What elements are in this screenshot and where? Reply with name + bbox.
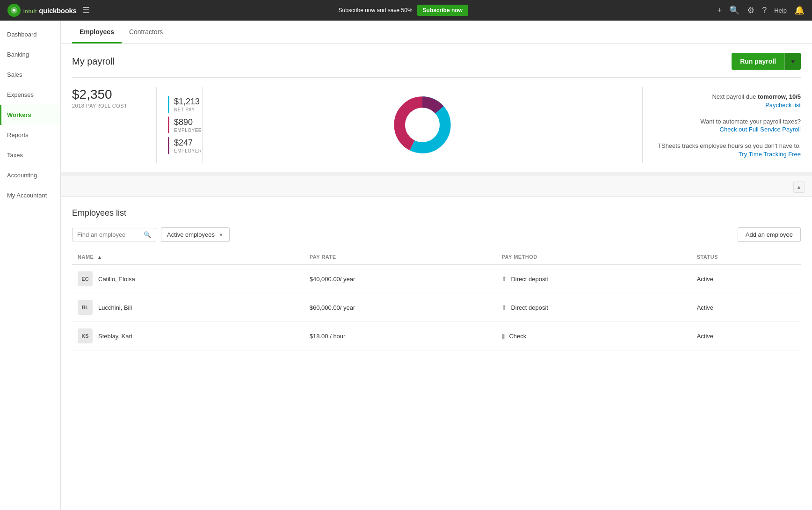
pay-rate-1: $40,000.00/ year xyxy=(304,265,496,293)
sort-arrow-icon: ▲ xyxy=(97,255,102,260)
sidebar-item-taxes[interactable]: Taxes xyxy=(0,145,60,165)
collapse-button[interactable]: ▲ xyxy=(793,182,805,193)
breakdown-employee: $890 EMPLOYEE xyxy=(168,117,202,133)
breakdown-values-employer: $247 EMPLOYER xyxy=(174,138,202,153)
tab-employees[interactable]: Employees xyxy=(72,21,122,44)
topnav-logo: intuit quickbooks xyxy=(7,4,77,17)
payroll-title: My payroll xyxy=(72,56,115,67)
avatar-bl: BL xyxy=(78,300,93,315)
status-2: Active xyxy=(691,293,801,322)
time-tracking-link[interactable]: Try Time Tracking Free xyxy=(658,151,801,158)
sidebar-item-workers[interactable]: Workers xyxy=(0,105,60,125)
notifications-icon[interactable]: 🔔 xyxy=(794,5,805,15)
employee-name-1: Catillo, Eloisa xyxy=(98,276,135,283)
breakdown-amount-net-pay: $1,213 xyxy=(174,97,200,107)
payroll-section: My payroll Run payroll ▼ $2,350 2018 PAY… xyxy=(61,44,812,172)
next-payroll-text: Next payroll due tomorrow, 10/5 xyxy=(658,92,801,102)
employee-name-cell-1: EC Catillo, Eloisa xyxy=(72,265,304,293)
sidebar-item-reports[interactable]: Reports xyxy=(0,125,60,145)
bank-icon: ⬆ xyxy=(501,275,507,283)
table-row[interactable]: KS Steblay, Kari $18.00 / hour ▮ Check xyxy=(72,322,801,350)
help-icon[interactable]: ? xyxy=(762,6,767,15)
main-content: Employees Contractors My payroll Run pay… xyxy=(61,21,812,510)
status-badge-3: Active xyxy=(697,333,713,340)
run-payroll-button[interactable]: Run payroll xyxy=(732,53,784,70)
run-payroll-wrapper: Run payroll ▼ xyxy=(732,53,801,70)
payroll-breakdown: $1,213 NET PAY $890 EMPLOYEE xyxy=(156,87,202,163)
employees-table: NAME ▲ PAY RATE PAY METHOD STATUS xyxy=(72,249,801,350)
search-input[interactable] xyxy=(77,231,141,238)
employees-list-title: Employees list xyxy=(72,208,801,218)
payroll-cost-block: $2,350 2018 PAYROLL COST xyxy=(72,87,156,163)
tabs-bar: Employees Contractors xyxy=(61,21,812,44)
employees-toolbar: 🔍 Active employees ▼ Add an employee xyxy=(72,227,801,242)
breakdown-amount-employer: $247 xyxy=(174,138,202,148)
topnav-center: Subscribe now and save 50% Subscribe now xyxy=(338,5,468,16)
help-label[interactable]: Help xyxy=(774,7,787,14)
pay-rate-3: $18.00 / hour xyxy=(304,322,496,350)
search-icon: 🔍 xyxy=(144,231,151,238)
breakdown-label-employee: EMPLOYEE xyxy=(174,128,202,133)
paycheck-list-link[interactable]: Paycheck list xyxy=(658,102,801,109)
add-employee-button[interactable]: Add an employee xyxy=(738,227,801,242)
filter-dropdown[interactable]: Active employees ▼ xyxy=(161,227,230,242)
hamburger-icon[interactable]: ☰ xyxy=(82,5,90,15)
breakdown-label-employer: EMPLOYER xyxy=(174,148,202,153)
table-header: NAME ▲ PAY RATE PAY METHOD STATUS xyxy=(72,249,801,265)
col-pay-rate: PAY RATE xyxy=(304,249,496,265)
sidebar-item-my-accountant[interactable]: My Accountant xyxy=(0,185,60,205)
status-badge-2: Active xyxy=(697,304,713,311)
status-3: Active xyxy=(691,322,801,350)
breakdown-values-employee: $890 EMPLOYEE xyxy=(174,117,202,133)
full-service-link[interactable]: Check out Full Service Payroll xyxy=(658,126,801,133)
sidebar-item-sales[interactable]: Sales xyxy=(0,65,60,85)
col-name[interactable]: NAME ▲ xyxy=(72,249,304,265)
breakdown-values-net-pay: $1,213 NET PAY xyxy=(174,97,200,112)
payroll-cost-amount: $2,350 xyxy=(72,87,141,102)
pay-method-1: ⬆ Direct deposit xyxy=(496,265,691,293)
table-row[interactable]: EC Catillo, Eloisa $40,000.00/ year ⬆ Di… xyxy=(72,265,801,293)
breakdown-bar-net-pay xyxy=(168,96,169,113)
add-icon[interactable]: + xyxy=(717,6,722,15)
subscribe-button[interactable]: Subscribe now xyxy=(417,5,468,16)
payroll-stats-row: $2,350 2018 PAYROLL COST $1,213 NET PAY xyxy=(72,87,801,163)
col-status: STATUS xyxy=(691,249,801,265)
payroll-info: Next payroll due tomorrow, 10/5 Paycheck… xyxy=(643,87,801,163)
subscribe-message: Subscribe now and save 50% xyxy=(338,7,412,14)
sidebar-item-expenses[interactable]: Expenses xyxy=(0,85,60,105)
employee-name-cell-2: BL Lucchini, Bill xyxy=(72,293,304,322)
collapse-area: ▲ xyxy=(61,176,812,193)
status-badge-1: Active xyxy=(697,276,713,283)
avatar-ks: KS xyxy=(78,328,93,343)
search-icon[interactable]: 🔍 xyxy=(729,5,740,15)
tab-contractors[interactable]: Contractors xyxy=(122,21,170,44)
breakdown-label-net-pay: NET PAY xyxy=(174,107,200,112)
tsheets-info: TSheets tracks employee hours so you don… xyxy=(658,141,801,158)
employee-name-cell-3: KS Steblay, Kari xyxy=(72,322,304,350)
logo-text: intuit quickbooks xyxy=(23,7,77,15)
pay-method-2: ⬆ Direct deposit xyxy=(496,293,691,322)
donut-hole xyxy=(405,108,440,142)
sidebar-item-banking[interactable]: Banking xyxy=(0,44,60,65)
topnav-left: intuit quickbooks ☰ xyxy=(7,4,90,17)
pay-rate-2: $60,000.00/ year xyxy=(304,293,496,322)
employees-table-body: EC Catillo, Eloisa $40,000.00/ year ⬆ Di… xyxy=(72,265,801,350)
employee-name-3: Steblay, Kari xyxy=(98,333,132,340)
run-payroll-dropdown-arrow[interactable]: ▼ xyxy=(784,53,801,70)
employee-name-2: Lucchini, Bill xyxy=(98,304,132,311)
pay-method-3: ▮ Check xyxy=(496,322,691,350)
app-layout: Dashboard Banking Sales Expenses Workers… xyxy=(0,21,812,510)
sidebar: Dashboard Banking Sales Expenses Workers… xyxy=(0,21,61,510)
settings-icon[interactable]: ⚙ xyxy=(747,5,754,15)
chevron-down-icon: ▼ xyxy=(218,232,224,238)
table-row[interactable]: BL Lucchini, Bill $60,000.00/ year ⬆ Dir… xyxy=(72,293,801,322)
breakdown-amount-employee: $890 xyxy=(174,117,202,127)
donut-chart xyxy=(392,95,453,155)
logo-icon xyxy=(7,4,21,17)
breakdown-bar-employee xyxy=(168,117,169,133)
sidebar-item-dashboard[interactable]: Dashboard xyxy=(0,24,60,44)
automate-info: Want to automate your payroll taxes? Che… xyxy=(658,117,801,133)
sidebar-item-accounting[interactable]: Accounting xyxy=(0,165,60,185)
check-icon: ▮ xyxy=(501,332,505,340)
payroll-cost-label: 2018 PAYROLL COST xyxy=(72,103,141,109)
